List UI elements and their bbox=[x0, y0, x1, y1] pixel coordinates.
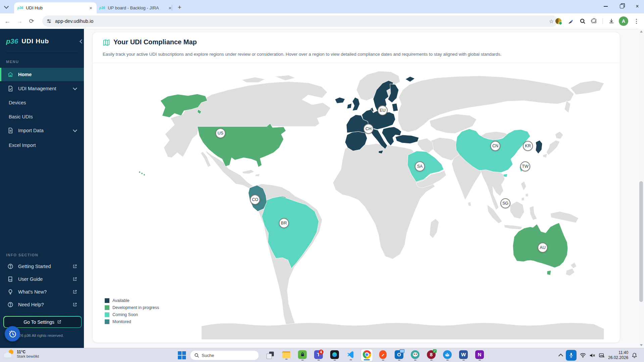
weather-temp: 11°C bbox=[17, 350, 39, 354]
country-turkey bbox=[395, 135, 419, 144]
mascot-app-button[interactable] bbox=[409, 349, 421, 361]
legend-swatch bbox=[105, 319, 109, 324]
sidebar-item-devices[interactable]: Devices bbox=[0, 96, 84, 109]
password-manager-button[interactable] bbox=[297, 349, 308, 361]
map-marker-br[interactable]: BR bbox=[279, 218, 289, 228]
sidebar-item-need-help[interactable]: Need Help? bbox=[0, 298, 84, 311]
downloads-icon[interactable] bbox=[607, 16, 616, 26]
map-marker-sg[interactable]: SG bbox=[500, 198, 510, 208]
sidebar-item-home[interactable]: Home bbox=[0, 68, 84, 81]
sidebar-collapse-button[interactable] bbox=[77, 37, 86, 46]
onenote-button[interactable]: N bbox=[474, 349, 485, 361]
map-marker-eu[interactable]: EU bbox=[378, 105, 388, 115]
extension-inspector-icon[interactable] bbox=[578, 16, 587, 26]
profile-avatar[interactable]: A bbox=[619, 16, 628, 26]
legend-label: Available bbox=[112, 298, 130, 303]
map-marker-kr[interactable]: KR bbox=[523, 141, 533, 151]
document-icon bbox=[7, 127, 13, 134]
map-marker-sa[interactable]: SA bbox=[415, 161, 425, 171]
mic-icon bbox=[569, 353, 574, 358]
extensions-puzzle-icon[interactable] bbox=[589, 16, 599, 26]
sidebar-item-whats-new[interactable]: What's New? bbox=[0, 285, 84, 299]
chrome-button[interactable] bbox=[361, 349, 373, 361]
sidebar-item-basic-udis[interactable]: Basic UDIs bbox=[0, 110, 84, 123]
photos-sync-icon[interactable] bbox=[599, 353, 605, 358]
outlook-button[interactable]: O bbox=[393, 349, 405, 361]
book-icon bbox=[7, 276, 13, 282]
map-marker-tw[interactable]: TW bbox=[520, 161, 530, 171]
restore-icon bbox=[620, 4, 624, 8]
legend-item: Coming Soon bbox=[105, 312, 138, 317]
chevron-left-icon bbox=[80, 39, 84, 44]
notification-bell-dnd-icon[interactable]: z bbox=[632, 353, 637, 358]
svg-text:z: z bbox=[635, 353, 636, 355]
sidebar-item-getting-started[interactable]: Getting Started bbox=[0, 260, 84, 273]
map-marker-us[interactable]: US bbox=[215, 128, 226, 138]
sidebar-item-label: Getting Started bbox=[18, 264, 51, 269]
file-explorer-button[interactable] bbox=[281, 349, 292, 361]
back-button[interactable]: ← bbox=[3, 16, 12, 26]
legend-swatch bbox=[105, 298, 109, 303]
site-info-icon[interactable] bbox=[46, 18, 52, 24]
docker-button[interactable] bbox=[442, 349, 453, 361]
window-minimize-button[interactable] bbox=[599, 1, 613, 11]
reload-button[interactable]: ⟳ bbox=[27, 16, 36, 26]
sidebar-item-user-guide[interactable]: User Guide bbox=[0, 272, 84, 286]
vscode-button[interactable] bbox=[345, 349, 356, 361]
assistant-widget-button[interactable] bbox=[5, 326, 20, 342]
window-restore-button[interactable] bbox=[615, 1, 629, 11]
microphone-button[interactable] bbox=[566, 350, 577, 361]
sidebar-item-label: User Guide bbox=[18, 276, 43, 282]
eight-by-eight-button[interactable]: 8✓ bbox=[426, 349, 437, 361]
world-map[interactable] bbox=[93, 63, 620, 343]
continent-antarctica bbox=[201, 323, 604, 340]
p36-logo: p36 bbox=[6, 37, 18, 45]
country-iceland bbox=[335, 97, 345, 103]
tab-search-button[interactable] bbox=[2, 3, 11, 11]
browser-menu-button[interactable] bbox=[632, 16, 640, 26]
page-title: Your UDI Compliance Map bbox=[113, 38, 197, 46]
map-marker-co[interactable]: CO bbox=[250, 195, 260, 205]
wifi-icon[interactable] bbox=[580, 353, 586, 358]
tab-udi-hub[interactable]: p36 UDI Hub × bbox=[14, 2, 97, 13]
map-marker-ch[interactable]: CH bbox=[363, 124, 374, 134]
extension-eyedropper-icon[interactable] bbox=[566, 16, 575, 26]
task-view-button[interactable] bbox=[264, 349, 276, 361]
go-to-settings-button[interactable]: Go To Settings bbox=[3, 316, 82, 328]
new-tab-button[interactable]: + bbox=[175, 3, 184, 12]
legend-item: Available bbox=[105, 298, 130, 303]
p36-favicon: p36 bbox=[17, 6, 23, 10]
pen-app-button[interactable] bbox=[377, 349, 389, 361]
tab-close-icon[interactable]: × bbox=[88, 5, 93, 11]
system-tray: 11:40 26.02.2026 z bbox=[559, 348, 637, 362]
volume-muted-icon[interactable] bbox=[589, 353, 595, 358]
map-marker-cn[interactable]: CN bbox=[490, 141, 500, 151]
forward-button: → bbox=[15, 16, 24, 26]
word-button[interactable]: W bbox=[458, 349, 469, 361]
sidebar-item-import-data[interactable]: Import Data bbox=[0, 124, 84, 137]
page-scrollbar[interactable] bbox=[638, 29, 644, 348]
scrollbar-thumb[interactable] bbox=[639, 181, 643, 302]
window-close-button[interactable]: × bbox=[630, 1, 644, 11]
legend-swatch bbox=[105, 305, 109, 310]
sidebar-item-excel-import[interactable]: Excel Import bbox=[0, 139, 84, 152]
chevron-down-icon bbox=[73, 86, 77, 90]
weather-widget[interactable]: 11°C Stark bewölkt bbox=[3, 350, 39, 358]
clock-date: 26.02.2026 bbox=[608, 355, 628, 360]
tray-expand-icon[interactable] bbox=[558, 354, 563, 358]
scroll-down-arrow[interactable] bbox=[638, 343, 644, 348]
sidebar-item-udi-management[interactable]: UDI Management bbox=[0, 82, 84, 95]
scroll-up-arrow[interactable] bbox=[638, 29, 644, 34]
tab-jira[interactable]: p36 UP board - Backlog - JIRA × bbox=[97, 3, 175, 12]
map-marker-au[interactable]: AU bbox=[538, 243, 548, 253]
taskbar-clock[interactable]: 11:40 26.02.2026 bbox=[608, 350, 628, 360]
url-text[interactable]: app-dev.udihub.io bbox=[55, 18, 546, 24]
webex-button[interactable] bbox=[329, 349, 340, 361]
bookmark-star-icon[interactable]: ☆ bbox=[549, 18, 554, 24]
start-button[interactable] bbox=[178, 351, 186, 359]
taskbar-search[interactable]: Suche bbox=[190, 350, 259, 360]
address-bar[interactable]: app-dev.udihub.io ☆ bbox=[42, 15, 558, 27]
extension-pie-icon[interactable] bbox=[554, 16, 563, 26]
page-description: Easily track your active UDI subscriptio… bbox=[103, 52, 539, 57]
teams-button[interactable]: T4 bbox=[313, 349, 324, 361]
